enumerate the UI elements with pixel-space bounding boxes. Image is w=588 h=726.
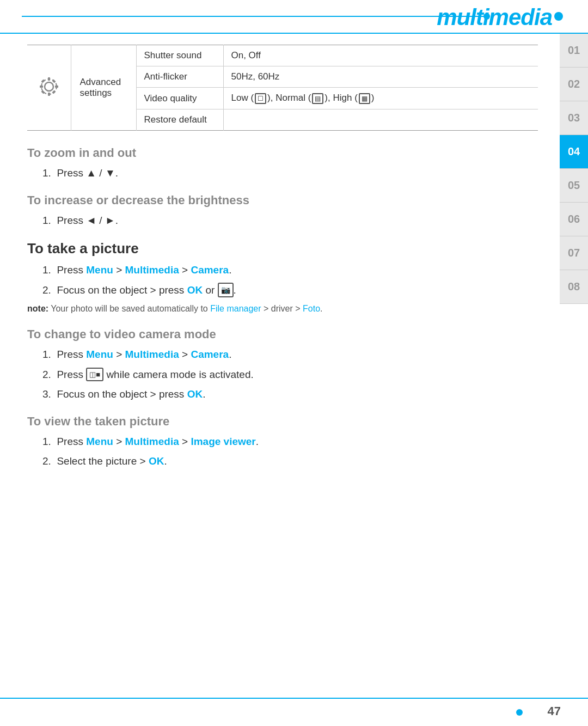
section-brightness: To increase or decrease the brightness 1…: [27, 193, 538, 229]
setting-video-quality-value: Low (☐), Normal (▤), High (▦): [223, 88, 538, 109]
multimedia-link-3: Multimedia: [125, 436, 179, 447]
setting-anti-flicker-name: Anti-flicker: [136, 66, 223, 88]
section-video-mode-heading: To change to video camera mode: [27, 327, 538, 341]
section-zoom: To zoom in and out 1. Press ▲ / ▼.: [27, 146, 538, 181]
tab-05[interactable]: 05: [560, 169, 588, 203]
view-picture-step-2: 2. Select the picture > OK.: [42, 454, 538, 469]
svg-point-0: [45, 82, 53, 91]
video-mode-icon: ◫■: [86, 368, 103, 382]
page-footer: 47: [0, 698, 588, 726]
image-viewer-link: Image viewer: [191, 436, 255, 447]
footer-dot: [516, 709, 523, 716]
settings-label-cell: Advanced settings: [71, 45, 136, 131]
section-brightness-heading: To increase or decrease the brightness: [27, 193, 538, 208]
setting-anti-flicker-value: 50Hz, 60Hz: [223, 66, 538, 88]
brightness-step-1: 1. Press ◄ / ►.: [42, 213, 538, 229]
quality-normal-icon: ▤: [312, 93, 323, 104]
setting-shutter-sound-value: On, Off: [223, 45, 538, 66]
section-take-picture-heading: To take a picture: [27, 240, 538, 257]
page-header: multimedia: [0, 0, 588, 34]
multimedia-link-1: Multimedia: [125, 264, 179, 276]
svg-rect-6: [41, 79, 45, 83]
setting-restore-default-name: Restore default: [136, 109, 223, 131]
section-view-picture: To view the taken picture 1. Press Menu …: [27, 414, 538, 469]
quality-high-icon: ▦: [359, 93, 370, 104]
multimedia-link-2: Multimedia: [125, 349, 179, 360]
gear-icon: [35, 73, 63, 100]
svg-rect-8: [41, 90, 45, 94]
camera-link-1: Camera: [191, 264, 229, 276]
tab-02[interactable]: 02: [560, 68, 588, 101]
page-number: 47: [548, 704, 561, 718]
setting-restore-default-value: [223, 109, 538, 131]
take-picture-note: note: Your photo will be saved automatic…: [27, 302, 538, 315]
header-line: [22, 16, 490, 17]
svg-rect-3: [48, 93, 50, 96]
foto-link: Foto: [303, 304, 320, 313]
header-dot-right: [554, 12, 563, 21]
menu-link-3: Menu: [86, 436, 113, 447]
ok-text-3: OK: [149, 455, 164, 467]
tab-06[interactable]: 06: [560, 203, 588, 236]
ok-text-2: OK: [187, 388, 203, 400]
svg-rect-5: [55, 86, 58, 88]
section-zoom-heading: To zoom in and out: [27, 146, 538, 160]
camera-link-2: Camera: [191, 349, 229, 360]
svg-rect-7: [52, 90, 56, 94]
settings-icon-cell: [27, 45, 71, 131]
section-video-mode: To change to video camera mode 1. Press …: [27, 327, 538, 402]
svg-rect-2: [48, 77, 50, 81]
tab-03[interactable]: 03: [560, 101, 588, 135]
tab-04[interactable]: 04: [560, 135, 588, 169]
section-take-picture: To take a picture 1. Press Menu > Multim…: [27, 240, 538, 315]
setting-shutter-sound-name: Shutter sound: [136, 45, 223, 66]
take-picture-step-2: 2. Focus on the object > press OK or 📷.: [42, 283, 538, 298]
setting-video-quality-name: Video quality: [136, 88, 223, 109]
tab-01[interactable]: 01: [560, 34, 588, 68]
ok-text-1: OK: [187, 284, 203, 296]
video-mode-step-3: 3. Focus on the object > press OK.: [42, 387, 538, 402]
file-manager-link: File manager: [210, 304, 261, 313]
take-picture-step-1: 1. Press Menu > Multimedia > Camera.: [42, 263, 538, 278]
tab-08[interactable]: 08: [560, 270, 588, 304]
page-title: multimedia: [437, 4, 552, 30]
main-content: Advanced settings Shutter sound On, Off …: [0, 34, 560, 698]
side-navigation: 01 02 03 04 05 06 07 08: [560, 34, 588, 304]
section-view-picture-heading: To view the taken picture: [27, 414, 538, 429]
svg-rect-4: [40, 86, 43, 88]
camera-shutter-icon: 📷: [218, 283, 234, 297]
menu-link-2: Menu: [86, 349, 113, 360]
settings-table: Advanced settings Shutter sound On, Off …: [27, 45, 538, 131]
video-mode-step-2: 2. Press ◫■ while camera mode is activat…: [42, 367, 538, 383]
menu-link-1: Menu: [86, 264, 113, 276]
quality-low-icon: ☐: [255, 93, 266, 104]
tab-07[interactable]: 07: [560, 236, 588, 270]
video-mode-step-1: 1. Press Menu > Multimedia > Camera.: [42, 347, 538, 363]
view-picture-step-1: 1. Press Menu > Multimedia > Image viewe…: [42, 434, 538, 450]
zoom-step-1: 1. Press ▲ / ▼.: [42, 166, 538, 181]
